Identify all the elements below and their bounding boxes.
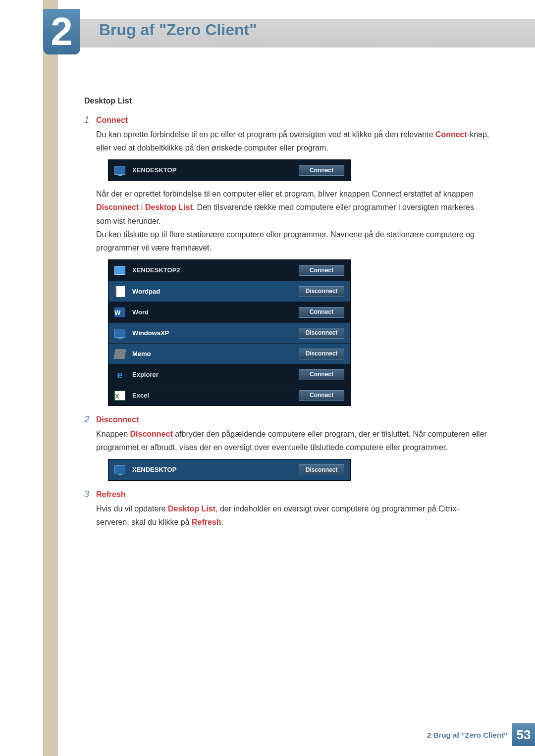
screenshot-xendesktop-connect: XENDESKTOP Connect [108,159,351,181]
desktop-name: Word [132,307,299,318]
list-item: WindowsXPDisconnect [108,322,350,343]
footer-text: 2 Brug af "Zero Client" [427,731,507,739]
paragraph: Knappen Disconnect afbryder den pågælden… [96,427,490,454]
connect-button[interactable]: Connect [299,369,344,380]
list-item: MemoDisconnect [108,343,350,364]
item-connect-body: Du kan oprette forbindelse til en pc ell… [96,128,490,406]
desktop-icon [114,265,125,276]
item-number: 3 [84,487,96,502]
connect-button[interactable]: Connect [299,390,344,401]
text: i [139,203,145,211]
list-item: XExcelConnect [108,385,350,405]
list-item: eExplorerConnect [108,364,350,385]
paragraph: Når der er oprettet forbindelse til en c… [96,187,490,228]
keyword-refresh: Refresh [192,518,221,526]
left-margin-stripe [43,0,58,756]
section-heading: Desktop List [84,94,490,107]
list-item: XENDESKTOP Connect [108,160,350,181]
ie-icon: e [114,369,125,380]
word-icon: W [114,307,125,318]
connect-button[interactable]: Connect [299,165,344,176]
item-refresh-body: Hvis du vil opdatere Desktop List, der i… [96,502,490,529]
item-disconnect-header: 2 Disconnect [84,412,490,427]
item-label: Disconnect [96,413,139,426]
keyword-desktop-list: Desktop List [145,203,193,211]
keyword-disconnect: Disconnect [130,430,173,438]
screenshot-xendesktop-disconnect: XENDESKTOP Disconnect [108,459,351,481]
text: Hvis du vil opdatere [96,504,168,513]
page-content: Desktop List 1 Connect Du kan oprette fo… [84,94,490,534]
text: Knappen [96,430,130,438]
list-item: XENDESKTOP2Connect [108,260,350,281]
list-item: XENDESKTOP Disconnect [108,459,350,480]
item-label: Refresh [96,488,126,501]
disconnect-button[interactable]: Disconnect [299,286,344,297]
disconnect-button[interactable]: Disconnect [299,464,344,475]
item-connect-header: 1 Connect [84,112,490,128]
monitor-icon [114,328,125,339]
paragraph: Du kan oprette forbindelse til en pc ell… [96,128,490,154]
text: Du kan oprette forbindelse til en pc ell… [96,130,435,139]
connect-button[interactable]: Connect [299,265,344,276]
monitor-icon [114,165,125,176]
desktop-name: Excel [132,390,299,401]
chapter-number-badge: 2 [43,9,80,54]
memo-icon [114,349,125,359]
paragraph: Hvis du vil opdatere Desktop List, der i… [96,502,490,529]
wordpad-icon [114,286,125,297]
desktop-name: WindowsXP [132,328,299,339]
desktop-name: Memo [132,349,299,359]
disconnect-button[interactable]: Disconnect [299,349,344,359]
connect-button[interactable]: Connect [299,307,344,318]
list-item: WordpadDisconnect [108,281,350,302]
text: Når der er oprettet forbindelse til en c… [96,190,474,198]
item-disconnect-body: Knappen Disconnect afbryder den pågælden… [96,427,490,481]
disconnect-button[interactable]: Disconnect [299,328,344,339]
paragraph: Du kan tilslutte op til flere stationære… [96,228,490,254]
keyword-connect: Connect [435,130,467,139]
item-number: 2 [84,412,96,427]
screenshot-desktop-list: XENDESKTOP2ConnectWordpadDisconnectWWord… [108,259,351,406]
item-number: 1 [84,112,96,128]
desktop-name: XENDESKTOP [132,165,299,176]
desktop-name: Wordpad [132,286,299,297]
footer-page-number: 53 [512,723,535,746]
keyword-desktop-list: Desktop List [168,504,215,513]
page-footer: 2 Brug af "Zero Client" 53 [43,723,535,746]
desktop-name: XENDESKTOP2 [132,265,299,276]
excel-icon: X [114,390,125,401]
item-refresh-header: 3 Refresh [84,487,490,502]
monitor-icon [114,464,125,475]
desktop-name: Explorer [132,369,299,380]
list-item: WWordConnect [108,302,350,322]
text: . [221,518,223,526]
chapter-title: Brug af "Zero Client" [99,21,257,39]
desktop-name: XENDESKTOP [132,464,299,475]
keyword-disconnect: Disconnect [96,203,139,211]
item-label: Connect [96,113,128,127]
